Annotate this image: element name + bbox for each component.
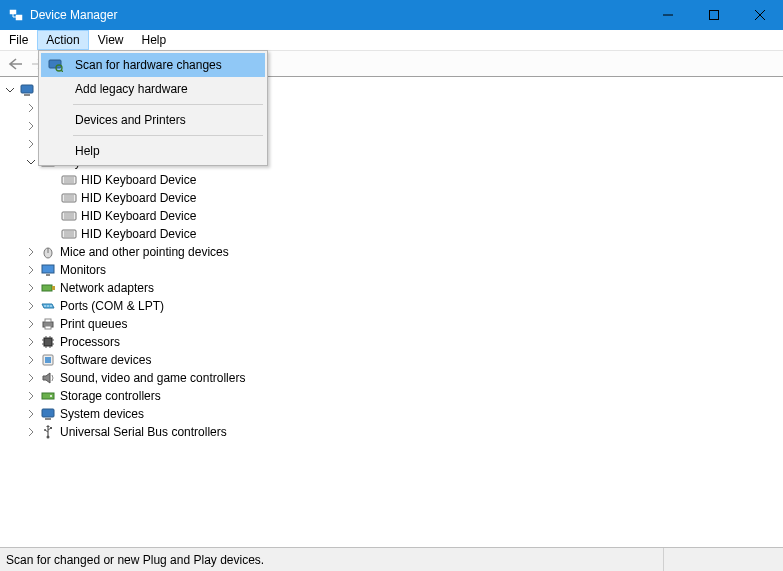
no-expand [46,210,58,222]
expand-icon[interactable] [25,246,37,258]
menu-separator [73,135,263,136]
tree-item-keyboard-device[interactable]: HID Keyboard Device [0,171,783,189]
expand-icon[interactable] [25,372,37,384]
app-icon [8,7,24,23]
window-title: Device Manager [30,8,645,22]
tree-item-mice[interactable]: Mice and other pointing devices [0,243,783,261]
software-icon [40,352,56,368]
computer-icon [19,82,35,98]
printer-icon [40,316,56,332]
expand-icon[interactable] [25,300,37,312]
expand-icon[interactable] [25,390,37,402]
network-icon [40,280,56,296]
svg-point-63 [44,429,46,431]
menu-help[interactable]: Help [133,30,176,50]
ports-icon [40,298,56,314]
tree-item-label: HID Keyboard Device [81,207,196,225]
menu-item-label: Devices and Printers [75,113,186,127]
expand-icon[interactable] [25,120,37,132]
keyboard-icon [61,226,77,242]
tree-item-usb[interactable]: Universal Serial Bus controllers [0,423,783,441]
svg-point-41 [47,305,48,306]
expand-icon[interactable] [25,354,37,366]
svg-rect-56 [45,357,51,363]
expand-icon[interactable] [25,138,37,150]
menu-item-scan-hardware[interactable]: Scan for hardware changes [41,53,265,77]
svg-rect-39 [52,286,55,290]
svg-rect-64 [50,427,52,429]
tree-item-software-devices[interactable]: Software devices [0,351,783,369]
tree-item-keyboard-device[interactable]: HID Keyboard Device [0,207,783,225]
tree-item-label: Monitors [60,261,106,279]
action-dropdown: Scan for hardware changes Add legacy har… [38,50,268,166]
status-bar: Scan for changed or new Plug and Play de… [0,547,783,571]
expand-icon[interactable] [25,426,37,438]
menu-item-label: Help [75,144,100,158]
tree-item-monitors[interactable]: Monitors [0,261,783,279]
menu-item-label: Scan for hardware changes [75,58,222,72]
tree-item-label: Ports (COM & LPT) [60,297,164,315]
tree-item-label: Storage controllers [60,387,161,405]
menu-item-help[interactable]: Help [41,139,265,163]
svg-line-67 [61,70,63,72]
tree-item-processors[interactable]: Processors [0,333,783,351]
no-expand [46,192,58,204]
menu-action[interactable]: Action [37,30,88,50]
menu-item-devices-printers[interactable]: Devices and Printers [41,108,265,132]
sound-icon [40,370,56,386]
no-expand [46,228,58,240]
svg-point-58 [50,395,52,397]
expand-icon[interactable] [25,102,37,114]
tree-item-storage[interactable]: Storage controllers [0,387,783,405]
menu-view[interactable]: View [89,30,133,50]
tree-item-label: HID Keyboard Device [81,225,196,243]
tree-item-network[interactable]: Network adapters [0,279,783,297]
svg-rect-37 [46,274,50,276]
svg-rect-65 [49,60,61,68]
menu-item-add-legacy[interactable]: Add legacy hardware [41,77,265,101]
tree-item-label: Sound, video and game controllers [60,369,245,387]
expand-icon[interactable] [25,282,37,294]
title-bar: Device Manager [0,0,783,30]
tree-item-label: HID Keyboard Device [81,171,196,189]
minimize-button[interactable] [645,0,691,30]
collapse-icon[interactable] [25,156,37,168]
usb-icon [40,424,56,440]
tree-item-label: HID Keyboard Device [81,189,196,207]
svg-rect-1 [16,15,22,20]
tree-item-ports[interactable]: Ports (COM & LPT) [0,297,783,315]
tree-item-label: Print queues [60,315,127,333]
storage-icon [40,388,56,404]
expand-icon[interactable] [25,336,37,348]
svg-rect-7 [24,94,30,96]
svg-rect-44 [45,319,51,322]
tree-item-label: Processors [60,333,120,351]
svg-point-42 [50,305,51,306]
close-button[interactable] [737,0,783,30]
expand-icon[interactable] [25,408,37,420]
maximize-button[interactable] [691,0,737,30]
svg-point-40 [44,305,45,306]
menu-separator [73,104,263,105]
menu-file[interactable]: File [0,30,37,50]
svg-rect-60 [45,418,51,420]
tree-item-label: Mice and other pointing devices [60,243,229,261]
scan-icon [46,56,64,74]
collapse-icon[interactable] [4,84,16,96]
tree-item-keyboard-device[interactable]: HID Keyboard Device [0,225,783,243]
svg-rect-57 [42,393,54,399]
back-button[interactable] [4,53,26,75]
tree-item-print-queues[interactable]: Print queues [0,315,783,333]
tree-item-system-devices[interactable]: System devices [0,405,783,423]
expand-icon[interactable] [25,264,37,276]
keyboard-icon [61,208,77,224]
keyboard-icon [61,172,77,188]
menu-bar: File Action View Help [0,30,783,50]
tree-item-sound[interactable]: Sound, video and game controllers [0,369,783,387]
svg-rect-38 [42,285,52,291]
tree-item-keyboard-device[interactable]: HID Keyboard Device [0,189,783,207]
tree-item-label: Universal Serial Bus controllers [60,423,227,441]
svg-rect-0 [10,10,16,14]
expand-icon[interactable] [25,318,37,330]
keyboard-icon [61,190,77,206]
